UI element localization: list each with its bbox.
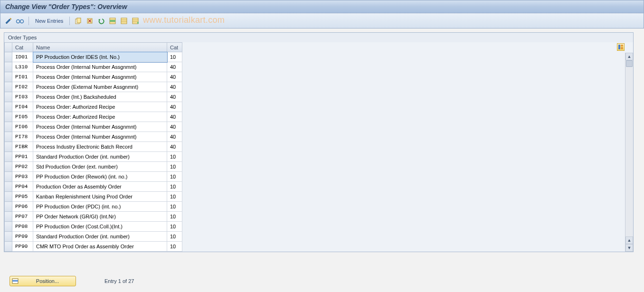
- cell-cat[interactable]: PI78: [12, 132, 33, 142]
- table-row[interactable]: PP07PP Order Network (GR/GI) (Int.Nr)10: [5, 212, 182, 222]
- cell-cat2[interactable]: 10: [167, 162, 182, 172]
- cell-cat2[interactable]: 40: [167, 142, 182, 152]
- row-selector[interactable]: [5, 72, 12, 82]
- table-row[interactable]: PP02Std Production Order (ext. number)10: [5, 162, 182, 172]
- cell-name[interactable]: Process Order (Internal Number Assgnmnt): [33, 62, 167, 72]
- table-row[interactable]: PP06PP Production Order (PDC) (int. no.)…: [5, 202, 182, 212]
- column-header-cat2[interactable]: Cat: [167, 43, 182, 52]
- table-row[interactable]: PP09Standard Production Order (int. numb…: [5, 232, 182, 242]
- row-selector[interactable]: [5, 202, 12, 212]
- scroll-down-arrow[interactable]: ▼: [625, 244, 633, 252]
- cell-name[interactable]: Process Order (Int.) Backsheduled: [33, 92, 167, 102]
- cell-cat[interactable]: PP02: [12, 162, 33, 172]
- glasses-icon[interactable]: [16, 17, 24, 25]
- cell-cat[interactable]: PP04: [12, 182, 33, 192]
- cell-name[interactable]: Standard Production Order (int. number): [33, 152, 167, 162]
- cell-cat2[interactable]: 40: [167, 92, 182, 102]
- cell-cat2[interactable]: 10: [167, 232, 182, 242]
- row-selector[interactable]: [5, 232, 12, 242]
- toggle-display-change-icon[interactable]: [4, 17, 13, 25]
- cell-name[interactable]: Process Order (Internal Number Assgnmnt): [33, 122, 167, 132]
- cell-name[interactable]: Process Order: Authorized Recipe: [33, 102, 167, 112]
- table-row[interactable]: PI06Process Order (Internal Number Assgn…: [5, 122, 182, 132]
- select-all-icon[interactable]: [108, 17, 117, 25]
- cell-name[interactable]: PP Production Order (Cost.Coll.)(Int.): [33, 222, 167, 232]
- cell-cat2[interactable]: 10: [167, 172, 182, 182]
- row-selector[interactable]: [5, 162, 12, 172]
- cell-cat2[interactable]: 10: [167, 152, 182, 162]
- table-row[interactable]: PIBRProcess Industry Electronic Batch Re…: [5, 142, 182, 152]
- cell-name[interactable]: Process Order: Authorized Recipe: [33, 112, 167, 122]
- row-selector[interactable]: [5, 92, 12, 102]
- cell-name[interactable]: Process Order (External Number Assgnmnt): [33, 82, 167, 92]
- cell-cat2[interactable]: 10: [167, 192, 182, 202]
- cell-name[interactable]: PP Production Order (PDC) (int. no.): [33, 202, 167, 212]
- cell-cat2[interactable]: 10: [167, 222, 182, 232]
- delete-icon[interactable]: [85, 17, 94, 25]
- cell-cat[interactable]: PP01: [12, 152, 33, 162]
- cell-cat[interactable]: PP03: [12, 172, 33, 182]
- cell-cat[interactable]: PI06: [12, 122, 33, 132]
- row-selector[interactable]: [5, 102, 12, 112]
- cell-cat2[interactable]: 40: [167, 102, 182, 112]
- cell-name[interactable]: Process Order (Internal Number Assgnmnt): [33, 132, 167, 142]
- copy-as-icon[interactable]: [74, 17, 83, 25]
- vertical-scrollbar[interactable]: ▲ ▲ ▼: [625, 53, 633, 252]
- table-row[interactable]: PI04Process Order: Authorized Recipe40: [5, 102, 182, 112]
- new-entries-button[interactable]: New Entries: [33, 18, 65, 24]
- table-row[interactable]: PI78Process Order (Internal Number Assgn…: [5, 132, 182, 142]
- cell-cat2[interactable]: 10: [167, 52, 182, 62]
- row-selector[interactable]: [5, 242, 12, 252]
- row-selector[interactable]: [5, 152, 12, 162]
- table-row[interactable]: ID01PP Production Order IDES (Int. No.)1…: [5, 52, 182, 62]
- column-header-cat[interactable]: Cat: [12, 43, 33, 52]
- cell-name[interactable]: PP Production Order IDES (Int. No.): [33, 52, 167, 62]
- row-selector[interactable]: [5, 82, 12, 92]
- cell-name[interactable]: Process Industry Electronic Batch Record: [33, 142, 167, 152]
- row-selector[interactable]: [5, 112, 12, 122]
- cell-cat[interactable]: PP90: [12, 242, 33, 252]
- cell-cat[interactable]: PP08: [12, 222, 33, 232]
- cell-cat[interactable]: PI04: [12, 102, 33, 112]
- row-selector[interactable]: [5, 172, 12, 182]
- table-row[interactable]: PP04Production Order as Assembly Order10: [5, 182, 182, 192]
- cell-name[interactable]: Kanban Replenishment Using Prod Order: [33, 192, 167, 202]
- row-selector[interactable]: [5, 132, 12, 142]
- column-header-name[interactable]: Name: [33, 43, 167, 52]
- row-selector-header[interactable]: [5, 43, 12, 52]
- print-icon[interactable]: [131, 17, 140, 25]
- cell-name[interactable]: Process Order (Internal Number Assgnmnt): [33, 72, 167, 82]
- cell-cat2[interactable]: 40: [167, 122, 182, 132]
- scroll-thumb[interactable]: [626, 60, 633, 67]
- cell-cat2[interactable]: 40: [167, 112, 182, 122]
- scroll-up-arrow[interactable]: ▲: [625, 53, 633, 60]
- row-selector[interactable]: [5, 182, 12, 192]
- table-row[interactable]: PP05Kanban Replenishment Using Prod Orde…: [5, 192, 182, 202]
- cell-cat2[interactable]: 40: [167, 132, 182, 142]
- cell-cat2[interactable]: 10: [167, 242, 182, 252]
- cell-cat[interactable]: ID01: [12, 52, 33, 62]
- cell-cat[interactable]: L310: [12, 62, 33, 72]
- cell-cat[interactable]: PI02: [12, 82, 33, 92]
- position-button[interactable]: Position...: [9, 276, 76, 286]
- cell-name[interactable]: PP Production Order (Rework) (int. no.): [33, 172, 167, 182]
- table-row[interactable]: PP01Standard Production Order (int. numb…: [5, 152, 182, 162]
- cell-cat[interactable]: PI05: [12, 112, 33, 122]
- table-row[interactable]: PP90CMR MTO Prod Order as Assembly Order…: [5, 242, 182, 252]
- cell-cat[interactable]: PIBR: [12, 142, 33, 152]
- table-row[interactable]: PP03PP Production Order (Rework) (int. n…: [5, 172, 182, 182]
- cell-name[interactable]: CMR MTO Prod Order as Assembly Order: [33, 242, 167, 252]
- table-row[interactable]: PI03Process Order (Int.) Backsheduled40: [5, 92, 182, 102]
- cell-cat[interactable]: PP09: [12, 232, 33, 242]
- row-selector[interactable]: [5, 212, 12, 222]
- cell-name[interactable]: Standard Production Order (int. number): [33, 232, 167, 242]
- scroll-down-small-arrow[interactable]: ▲: [625, 236, 633, 244]
- table-row[interactable]: PP08PP Production Order (Cost.Coll.)(Int…: [5, 222, 182, 232]
- table-row[interactable]: PI02Process Order (External Number Assgn…: [5, 82, 182, 92]
- cell-cat2[interactable]: 10: [167, 212, 182, 222]
- table-row[interactable]: PI01Process Order (Internal Number Assgn…: [5, 72, 182, 82]
- cell-cat[interactable]: PP06: [12, 202, 33, 212]
- table-settings-icon[interactable]: [617, 43, 625, 51]
- table-row[interactable]: PI05Process Order: Authorized Recipe40: [5, 112, 182, 122]
- cell-cat[interactable]: PP07: [12, 212, 33, 222]
